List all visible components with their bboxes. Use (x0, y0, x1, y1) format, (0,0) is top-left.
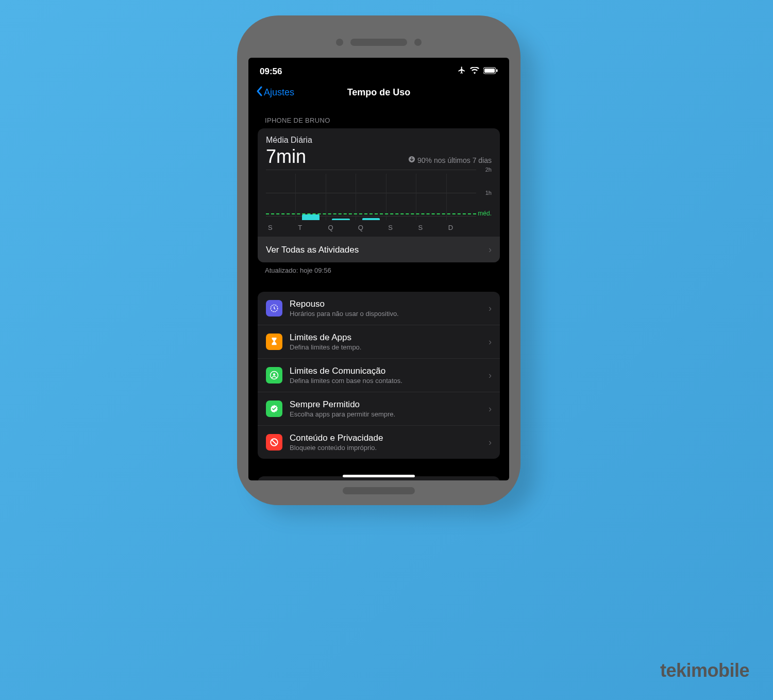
person-circle-icon (266, 367, 282, 384)
usage-chart: STQQSSD 1h2hméd. (266, 170, 492, 231)
svg-rect-1 (484, 69, 495, 73)
day-label: S (416, 224, 446, 231)
chevron-left-icon (256, 86, 263, 99)
settings-row-conteúdo-e-privacidade[interactable]: Conteúdo e PrivacidadeBloqueie conteúdo … (258, 425, 500, 459)
grid-label: 2h (485, 166, 492, 173)
row-title: Limites de Comunicação (290, 366, 481, 376)
row-subtitle: Bloqueie conteúdo impróprio. (290, 444, 481, 452)
day-label: S (266, 224, 296, 231)
svg-rect-2 (496, 69, 498, 72)
chart-bar (362, 218, 380, 221)
device-header: IPHONE DE BRUNO (258, 108, 500, 128)
svg-point-6 (273, 373, 276, 376)
chart-bar (332, 219, 349, 220)
view-all-activities[interactable]: Ver Todas as Atividades › (258, 237, 500, 262)
chevron-right-icon: › (489, 244, 492, 255)
day-label: D (446, 224, 476, 231)
arrow-down-circle-icon (408, 156, 415, 164)
phone-frame: 09:56 Ajustes Tempo de Uso (237, 15, 520, 505)
day-label: Q (326, 224, 356, 231)
row-title: Sempre Permitido (290, 399, 481, 410)
chevron-right-icon: › (489, 337, 492, 347)
battery-icon (483, 66, 498, 77)
grid-label: 1h (485, 190, 492, 196)
back-label: Ajustes (264, 87, 294, 98)
avg-value: 7min (266, 146, 306, 168)
chevron-right-icon: › (489, 370, 492, 381)
settings-row-sempre-permitido[interactable]: Sempre PermitidoEscolha apps para permit… (258, 392, 500, 425)
status-bar: 09:56 (248, 58, 509, 80)
day-label: T (296, 224, 326, 231)
settings-row-limites-de-apps[interactable]: Limites de AppsDefina limites de tempo.› (258, 325, 500, 358)
row-subtitle: Defina limites de tempo. (290, 343, 481, 351)
settings-row-limites-de-comunicação[interactable]: Limites de ComunicaçãoDefina limites com… (258, 358, 500, 392)
row-title: Conteúdo e Privacidade (290, 433, 481, 443)
settings-list: RepousoHorários para não usar o disposit… (258, 292, 500, 459)
phone-chin (248, 480, 509, 501)
chart-bar (302, 214, 320, 220)
hourglass-icon (266, 334, 282, 350)
avg-label: Média Diária (266, 136, 492, 145)
row-subtitle: Defina limites com base nos contatos. (290, 377, 481, 385)
airplane-icon (458, 66, 466, 77)
usage-summary-card: Média Diária 7min 90% nos últimos 7 dias (258, 128, 500, 262)
status-time: 09:56 (260, 66, 282, 77)
day-label: S (386, 224, 416, 231)
clock-bed-icon (266, 300, 282, 316)
watermark: tekimobile (660, 660, 749, 681)
phone-earpiece (248, 27, 509, 58)
wifi-icon (470, 66, 479, 77)
home-indicator[interactable] (343, 475, 415, 477)
chevron-right-icon: › (489, 404, 492, 414)
screen: 09:56 Ajustes Tempo de Uso (248, 58, 509, 480)
chevron-right-icon: › (489, 303, 492, 314)
back-button[interactable]: Ajustes (256, 86, 294, 99)
avg-line-label: méd. (478, 210, 492, 217)
updated-text: Atualizado: hoje 09:56 (258, 262, 500, 274)
row-subtitle: Horários para não usar o dispositivo. (290, 310, 481, 318)
nav-bar: Ajustes Tempo de Uso (248, 80, 509, 108)
nosign-icon (266, 434, 282, 451)
checkmark-seal-icon (266, 401, 282, 417)
row-subtitle: Escolha apps para permitir sempre. (290, 410, 481, 418)
svg-line-8 (272, 440, 277, 445)
page-title: Tempo de Uso (347, 87, 411, 98)
day-label: Q (356, 224, 386, 231)
row-title: Limites de Apps (290, 332, 481, 343)
trend-text: 90% nos últimos 7 dias (408, 156, 492, 164)
settings-row-repouso[interactable]: RepousoHorários para não usar o disposit… (258, 292, 500, 325)
chevron-right-icon: › (489, 437, 492, 448)
row-title: Repouso (290, 299, 481, 309)
